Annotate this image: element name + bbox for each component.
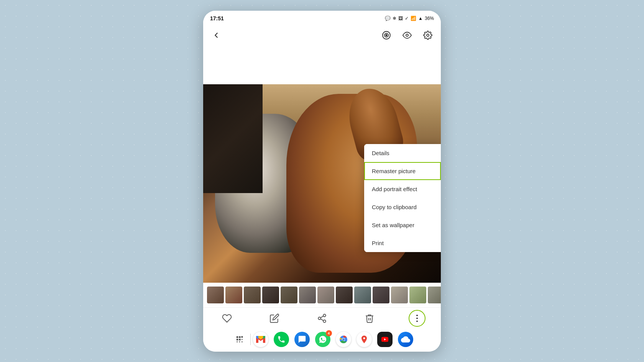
svg-point-11	[416, 321, 418, 322]
context-menu-remaster[interactable]: Remaster picture	[364, 162, 441, 180]
thumbnail-9[interactable]	[354, 287, 371, 303]
check-icon: ✓	[405, 16, 409, 21]
context-menu-details[interactable]: Details	[364, 144, 441, 162]
svg-point-25	[239, 339, 240, 340]
status-time: 17:51	[210, 15, 224, 21]
thumbnail-6[interactable]	[299, 287, 316, 303]
white-spacer	[203, 46, 441, 84]
svg-point-22	[239, 336, 240, 337]
svg-point-3	[427, 34, 429, 36]
thumbnail-10[interactable]	[373, 287, 389, 303]
dock-gmail-icon[interactable]	[253, 332, 268, 347]
dock-youtube-icon[interactable]	[377, 332, 393, 347]
context-menu: Details Remaster picture Add portrait ef…	[364, 144, 441, 252]
nav-home-area: 4	[203, 331, 441, 348]
battery-pct: 36%	[425, 16, 434, 21]
thumbnail-5[interactable]	[281, 287, 297, 303]
thumbnail-11[interactable]	[391, 287, 408, 303]
eye-button[interactable]	[400, 28, 414, 42]
nav-bar: 4	[203, 329, 441, 352]
svg-point-26	[242, 339, 243, 340]
apps-button[interactable]	[231, 331, 248, 348]
svg-point-28	[239, 341, 240, 342]
thumbnail-strip	[203, 283, 441, 307]
context-menu-print[interactable]: Print	[364, 234, 441, 252]
dock-samsung-cloud-icon[interactable]	[398, 332, 413, 347]
whatsapp-status-icon: 💬	[385, 16, 391, 21]
thumbnail-4[interactable]	[262, 287, 279, 303]
svg-point-2	[406, 34, 408, 36]
context-menu-portrait[interactable]: Add portrait effect	[364, 180, 441, 198]
context-menu-wallpaper[interactable]: Set as wallpaper	[364, 216, 441, 234]
top-bar-left	[209, 28, 223, 42]
svg-line-7	[320, 319, 323, 321]
svg-point-23	[242, 336, 243, 337]
action-bar	[203, 307, 441, 329]
svg-point-29	[242, 341, 243, 342]
svg-point-5	[318, 317, 321, 320]
share-button[interactable]	[314, 310, 330, 327]
status-icons: 💬 ❄ 🖼 ✓ 📶 ▲ 36%	[385, 16, 434, 21]
thumbnail-8[interactable]	[336, 287, 353, 303]
svg-point-1	[386, 34, 387, 36]
svg-line-8	[320, 316, 323, 318]
svg-point-10	[416, 318, 418, 319]
whatsapp-badge: 4	[326, 330, 332, 336]
nav-divider	[250, 334, 251, 345]
gallery-icon: 🖼	[398, 16, 403, 21]
photo-container: Details Remaster picture Add portrait ef…	[203, 84, 441, 283]
top-bar-right	[380, 28, 435, 42]
svg-point-27	[237, 341, 238, 342]
snowflake-icon: ❄	[393, 16, 396, 21]
thumbnail-12[interactable]	[409, 287, 426, 303]
svg-point-9	[416, 314, 418, 316]
dock-whatsapp-icon[interactable]: 4	[315, 332, 330, 347]
dock-messages-icon[interactable]	[294, 332, 310, 347]
eye-circle-button[interactable]	[380, 28, 393, 42]
favorite-button[interactable]	[219, 310, 235, 327]
svg-point-24	[237, 339, 238, 340]
thumbnail-1[interactable]	[207, 287, 224, 303]
thumbnail-13[interactable]	[428, 287, 441, 303]
svg-point-4	[323, 314, 326, 317]
edit-button[interactable]	[266, 310, 283, 327]
more-button[interactable]	[409, 310, 426, 327]
thumbnail-2[interactable]	[225, 287, 242, 303]
thumbnail-7[interactable]	[317, 287, 334, 303]
context-menu-copy-clipboard[interactable]: Copy to clipboard	[364, 198, 441, 216]
phone-frame: 17:51 💬 ❄ 🖼 ✓ 📶 ▲ 36%	[203, 11, 441, 352]
dock-chrome-icon[interactable]	[336, 332, 351, 347]
top-bar	[203, 25, 441, 46]
status-bar: 17:51 💬 ❄ 🖼 ✓ 📶 ▲ 36%	[203, 11, 441, 25]
wifi-icon: 📶	[411, 16, 416, 21]
delete-button[interactable]	[361, 310, 378, 327]
dock-icons: 4	[253, 332, 413, 347]
thumbnail-3[interactable]	[244, 287, 261, 303]
svg-point-21	[237, 336, 238, 337]
signal-icon: ▲	[418, 16, 423, 21]
back-button[interactable]	[209, 28, 223, 42]
dock-phone-icon[interactable]	[274, 332, 289, 347]
svg-point-6	[323, 320, 326, 323]
settings-button[interactable]	[421, 28, 435, 42]
furniture-left	[203, 84, 263, 193]
dock-maps-icon[interactable]	[356, 332, 372, 347]
